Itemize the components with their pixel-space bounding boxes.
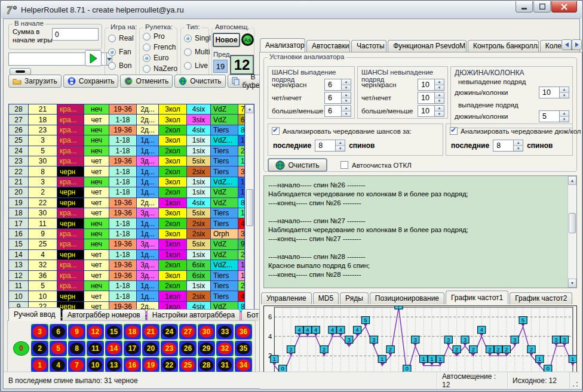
spin-up-button[interactable]: ▲ <box>435 106 444 112</box>
number-spinner[interactable]: 8▲▼ <box>315 140 345 152</box>
spin-down-button[interactable]: ▼ <box>560 117 569 122</box>
radio-real[interactable]: Real <box>108 34 134 42</box>
number-spinner[interactable]: 10▲▼ <box>539 87 569 98</box>
table-scrollbar[interactable]: ▲ ▼ <box>245 104 254 322</box>
numpad-number-22[interactable]: 22 <box>161 357 178 373</box>
spin-up-button[interactable]: ▲ <box>342 79 351 85</box>
table-row[interactable]: 202чернчет1-181д...2кол1sixVdZ1str <box>9 187 245 197</box>
number-spinner[interactable]: 5▲▼ <box>539 110 569 122</box>
numpad-number-7[interactable]: 7 <box>68 357 85 373</box>
numpad-number-2[interactable]: 2 <box>31 341 48 356</box>
table-row[interactable]: 1830кра...чет19-363д...3кол5sixTiers10st… <box>9 208 245 218</box>
table-row[interactable]: 213кра...неч1-181д...3кол1sixVdZ...1str <box>9 177 245 187</box>
numpad-number-11[interactable]: 11 <box>87 341 104 356</box>
close-button[interactable] <box>551 1 577 13</box>
numpad-number-0[interactable]: 0 <box>13 341 30 356</box>
spin-down-button[interactable]: ▼ <box>435 98 444 104</box>
play-button[interactable] <box>85 50 102 66</box>
spin-up-button[interactable]: ▲ <box>560 87 569 93</box>
spin-down-button[interactable]: ▼ <box>342 98 351 104</box>
radio-dot[interactable] <box>184 62 192 70</box>
spin-down-button[interactable]: ▼ <box>435 85 444 91</box>
numpad-number-5[interactable]: 5 <box>50 341 67 356</box>
numpad-number-3[interactable]: 3 <box>31 324 48 339</box>
radio-singl[interactable]: Singl <box>184 34 211 42</box>
numpad-number-35[interactable]: 35 <box>235 341 252 356</box>
spin-up-button[interactable]: ▲ <box>514 140 523 146</box>
radio-dot[interactable] <box>143 54 151 62</box>
numpad-number-26[interactable]: 26 <box>179 341 197 356</box>
numpad-number-9[interactable]: 9 <box>68 324 85 339</box>
table-row[interactable]: 115кра...неч1-181д...2кол1sixTiers2str <box>9 281 245 291</box>
title-bar[interactable]: 7 HelperRoullet 8.71 - create helperroul… <box>1 1 582 18</box>
table-row[interactable]: 144чернчет1-181д...1кол1sixVdZ2str <box>9 250 245 260</box>
scroll-up-arrow[interactable]: ▲ <box>246 104 254 113</box>
number-spinner[interactable]: 6▲▼ <box>324 92 351 104</box>
number-spinner[interactable]: 8▲▼ <box>493 140 523 152</box>
minimize-button[interactable] <box>516 1 533 13</box>
tab-управление[interactable]: Управление <box>261 292 312 304</box>
numpad-number-34[interactable]: 34 <box>235 357 252 373</box>
numpad-number-17[interactable]: 17 <box>124 341 141 356</box>
radio-bon[interactable]: Bon <box>108 61 131 70</box>
numpad-number-23[interactable]: 23 <box>161 341 178 356</box>
maximize-button[interactable] <box>533 1 551 13</box>
number-spinner[interactable]: 6▲▼ <box>324 105 351 117</box>
number-spinner[interactable]: 10▲▼ <box>418 105 444 117</box>
load-button[interactable]: Загрузить <box>8 75 62 88</box>
radio-euro[interactable]: Euro <box>143 54 168 62</box>
numpad-number-14[interactable]: 14 <box>105 341 122 356</box>
start-sum-input[interactable] <box>52 28 99 41</box>
numpad-number-6[interactable]: 6 <box>50 324 67 339</box>
numpad-number-28[interactable]: 28 <box>198 357 215 373</box>
numpad-number-21[interactable]: 21 <box>142 324 159 339</box>
numpad-number-8[interactable]: 8 <box>68 341 85 356</box>
spin-down-button[interactable]: ▼ <box>342 112 351 117</box>
numpad-number-1[interactable]: 1 <box>31 357 48 373</box>
table-row[interactable]: 1236кра...чет19-363д...3кол6sixTiers12st… <box>9 271 245 281</box>
radio-dot[interactable] <box>108 35 116 42</box>
spin-up-button[interactable]: ▲ <box>435 92 444 98</box>
table-row[interactable]: 253кра...неч1-181д...3кол1sixVdZ...1str <box>9 135 245 146</box>
table-row[interactable]: 1010чернчет1-181д...1кол2sixTiers4str <box>9 291 245 301</box>
spin-down-button[interactable]: ▼ <box>514 146 523 152</box>
numpad-number-36[interactable]: 36 <box>235 324 252 339</box>
numpad-number-31[interactable]: 31 <box>216 357 234 373</box>
numpad-number-33[interactable]: 33 <box>216 324 234 339</box>
spin-up-button[interactable]: ▲ <box>435 79 444 85</box>
numpad-number-24[interactable]: 24 <box>161 324 178 339</box>
radio-fan[interactable]: Fan <box>108 48 131 56</box>
numpad-number-12[interactable]: 12 <box>87 324 104 339</box>
numpad-number-27[interactable]: 27 <box>179 324 197 339</box>
clear-analyzer-button[interactable]: Очистить <box>268 158 327 172</box>
tab-контроль-банкролла[interactable]: Контроль банкролла <box>468 40 539 52</box>
numpad-number-16[interactable]: 16 <box>124 357 141 373</box>
tab-scroll-left-button[interactable] <box>561 39 572 50</box>
radio-dot[interactable] <box>184 48 192 56</box>
session-combobox[interactable] <box>8 53 81 66</box>
radio-live[interactable]: Live <box>184 61 208 70</box>
number-spinner[interactable]: 10▲▼ <box>418 79 444 91</box>
scroll-up-arrow[interactable]: ▲ <box>568 176 576 185</box>
tab-настройки-автограббера[interactable]: Настройки автограббера <box>147 309 240 321</box>
resize-grip[interactable] <box>570 372 579 388</box>
numpad-number-29[interactable]: 29 <box>198 341 215 356</box>
table-row[interactable]: 228чернчет1-181д...2кол2sixTiers3str <box>9 166 245 177</box>
tab-автограббер-номеров[interactable]: Автограббер номеров <box>62 309 146 321</box>
spin-up-button[interactable]: ▲ <box>560 111 569 117</box>
tab-ряды[interactable]: Ряды <box>340 292 369 304</box>
spin-up-button[interactable]: ▲ <box>342 106 351 112</box>
tab-автоставки[interactable]: Автоставки <box>306 40 350 52</box>
table-row[interactable]: 1525кра...неч19-363д...1кол5sixVdZ9str <box>9 239 245 249</box>
table-row[interactable]: 169кра...неч1-181д...3кол2sixOrph3str <box>9 229 245 239</box>
tab-частоты[interactable]: Частоты <box>351 40 386 52</box>
number-spinner[interactable]: 10▲▼ <box>418 92 444 104</box>
radio-dot[interactable] <box>108 62 116 70</box>
spin-down-button[interactable]: ▼ <box>342 85 351 91</box>
spin-down-button[interactable]: ▼ <box>336 146 345 152</box>
save-button[interactable]: Сохранить <box>63 75 119 88</box>
table-row[interactable]: 2821кра...неч19-362д...3кол4sixVdZ7str <box>9 104 245 115</box>
log-scrollbar[interactable]: ▲ ▼ <box>567 176 576 288</box>
tab-функционал-psevdoms[interactable]: Функционал PsevdoMS <box>388 40 467 52</box>
radio-multi[interactable]: Multi <box>184 48 210 56</box>
